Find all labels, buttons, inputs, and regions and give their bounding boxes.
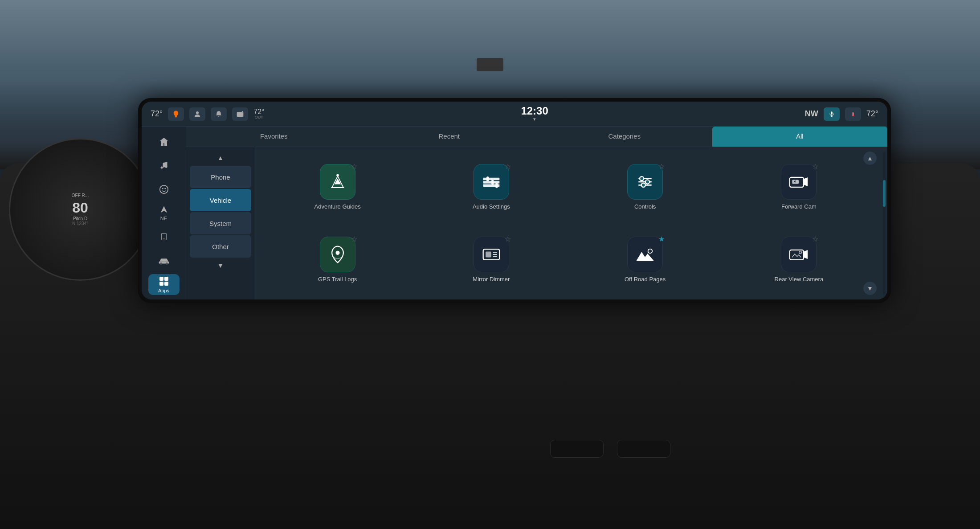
svg-point-15 [164, 188, 166, 189]
app-icon-wrapper-controls: ☆ [627, 164, 663, 200]
svg-point-26 [336, 174, 339, 176]
categories-panel: ▲ Phone Vehicle System Other [186, 147, 255, 299]
svg-rect-10 [853, 113, 853, 115]
sidebar-item-nav[interactable]: NE [148, 202, 180, 223]
svg-point-36 [640, 176, 644, 180]
gps-trail-logs-label: GPS Trail Logs [318, 276, 357, 283]
cat-item-vehicle[interactable]: Vehicle [190, 189, 251, 211]
bell-icon[interactable] [211, 107, 227, 121]
sidebar-item-climate[interactable] [148, 179, 180, 200]
star-audio-settings[interactable]: ☆ [505, 162, 511, 171]
tab-favorites[interactable]: Favorites [186, 127, 362, 147]
svg-marker-40 [804, 177, 808, 186]
thermometer-icon[interactable] [845, 107, 861, 121]
mic-icon[interactable] [824, 107, 840, 121]
star-adventure-guides[interactable]: ☆ [351, 162, 357, 171]
app-item-gps-trail-logs[interactable]: ☆ GPS Trail Logs [264, 227, 411, 292]
scrollbar-track [883, 152, 886, 295]
adventure-guides-icon [320, 164, 355, 200]
app-icon-wrapper-mirror: ☆ [474, 237, 509, 272]
app-item-audio-settings[interactable]: ☆ Audio Settings [418, 154, 564, 220]
tab-recent[interactable]: Recent [362, 127, 537, 147]
vent-button-right[interactable] [617, 440, 670, 458]
sidebar-item-vehicle[interactable] [148, 250, 180, 271]
svg-rect-30 [486, 176, 489, 181]
svg-rect-25 [164, 282, 168, 286]
app-item-mirror-dimmer[interactable]: ☆ Mirror Dimmer [418, 227, 564, 292]
tab-categories[interactable]: Categories [537, 127, 712, 147]
vent-button-left[interactable] [550, 440, 604, 458]
forward-cam-label: Forward Cam [781, 203, 817, 210]
adventure-guides-label: Adventure Guides [314, 203, 361, 210]
rearview-mirror-stub [477, 58, 503, 71]
off-road-pages-label: Off Road Pages [625, 276, 666, 283]
gps-trail-logs-icon [320, 237, 355, 272]
star-rear-view-camera[interactable]: ☆ [812, 235, 818, 243]
svg-rect-44 [486, 251, 491, 257]
sidebar-item-music[interactable] [148, 155, 180, 176]
apps-label: Apps [158, 288, 169, 293]
app-item-rear-view-camera[interactable]: ☆ Rear View Camera [726, 227, 872, 292]
app-item-forward-cam[interactable]: ☆ Forward Cam [726, 154, 872, 220]
svg-rect-46 [790, 250, 804, 260]
star-off-road-pages[interactable]: ★ [658, 235, 665, 243]
grid-scroll-down[interactable]: ▼ [863, 282, 877, 295]
main-content-area: NE [142, 127, 887, 299]
svg-point-2 [196, 111, 199, 114]
app-icon-wrapper-off-road: ★ [627, 237, 663, 272]
svg-rect-41 [792, 180, 799, 184]
app-icon-wrapper-gps: ☆ [320, 237, 355, 272]
app-item-off-road-pages[interactable]: ★ Off Road Pages [572, 227, 719, 292]
app-item-adventure-guides[interactable]: ☆ Adventure Guides [264, 154, 411, 220]
svg-rect-18 [163, 239, 165, 240]
svg-point-37 [645, 180, 649, 184]
screen-bezel: 72° [138, 98, 891, 303]
tab-bar: Favorites Recent Categories All [186, 127, 887, 147]
scrollbar-thumb[interactable] [883, 180, 886, 207]
cat-item-other[interactable]: Other [190, 235, 251, 258]
app-icon-wrapper-rear-cam: ☆ [781, 237, 817, 272]
star-gps-trail-logs[interactable]: ☆ [351, 235, 357, 243]
tab-all[interactable]: All [712, 127, 888, 147]
heat-icon[interactable] [168, 107, 184, 121]
forward-cam-icon [781, 164, 817, 200]
sidebar-item-phone[interactable] [148, 226, 180, 247]
svg-rect-24 [159, 282, 163, 286]
clock-display: 12:30 ▾ [270, 106, 799, 122]
grid-scroll-up[interactable]: ▲ [863, 152, 877, 165]
svg-rect-23 [164, 277, 168, 281]
svg-rect-5 [831, 111, 833, 115]
star-mirror-dimmer[interactable]: ☆ [505, 235, 511, 243]
vent-controls-area [365, 440, 855, 460]
sidebar-item-home[interactable] [148, 131, 180, 152]
mirror-dimmer-label: Mirror Dimmer [473, 276, 510, 283]
app-area: Favorites Recent Categories All [186, 127, 887, 299]
temp-out-display: 72° OUT [253, 108, 264, 119]
cat-scroll-up[interactable]: ▲ [186, 151, 255, 165]
profile-icon[interactable] [189, 107, 205, 121]
star-forward-cam[interactable]: ☆ [812, 162, 818, 171]
camera-status-icon[interactable] [232, 107, 248, 121]
svg-marker-47 [804, 250, 808, 259]
svg-rect-27 [483, 178, 500, 180]
compass-direction: NW [805, 109, 818, 119]
svg-point-48 [799, 251, 802, 254]
cat-scroll-down[interactable]: ▼ [186, 258, 255, 273]
sidebar-item-apps[interactable]: Apps [148, 274, 180, 295]
svg-point-21 [166, 262, 168, 265]
svg-rect-31 [491, 180, 494, 185]
app-item-controls[interactable]: ☆ Controls [572, 154, 719, 220]
gauge-cluster: OFF R... 80 Pitch D N 1234° [9, 138, 151, 281]
svg-point-12 [165, 166, 167, 168]
svg-point-14 [162, 188, 163, 189]
audio-settings-label: Audio Settings [473, 203, 510, 210]
controls-icon [627, 164, 663, 200]
svg-rect-1 [176, 117, 177, 118]
main-screen: 72° [142, 102, 887, 299]
off-road-pages-icon [627, 237, 663, 272]
svg-rect-3 [237, 112, 244, 117]
star-controls[interactable]: ☆ [658, 162, 665, 171]
cat-item-phone[interactable]: Phone [190, 166, 251, 188]
cat-item-system[interactable]: System [190, 212, 251, 234]
audio-settings-icon [474, 164, 509, 200]
